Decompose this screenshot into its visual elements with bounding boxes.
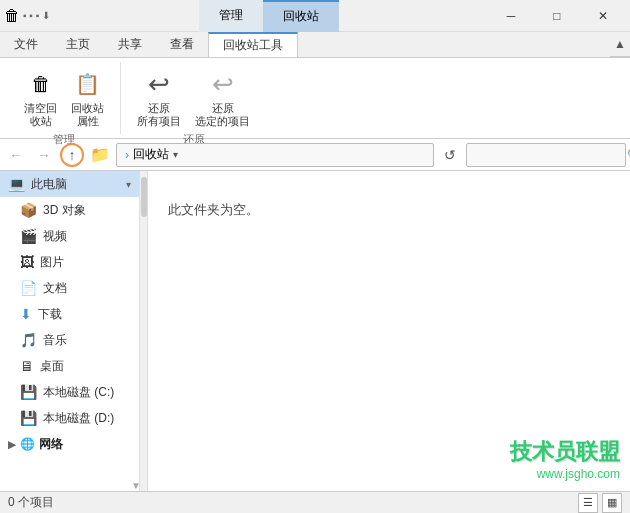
- ribbon-content: 🗑 清空回 收站 📋 回收站 属性 管理 ↩ 还原 所有项目 ↩ 还原 选定: [0, 58, 630, 138]
- view-detail-icon: ▦: [607, 496, 617, 509]
- music-icon: 🎵: [20, 332, 37, 348]
- documents-icon: 📄: [20, 280, 37, 296]
- address-dropdown-arrow[interactable]: ▾: [169, 149, 182, 160]
- downloads-icon: ⬇: [20, 306, 32, 322]
- address-input[interactable]: › 回收站 ▾: [116, 143, 434, 167]
- empty-recycle-button[interactable]: 🗑 清空回 收站: [20, 66, 61, 130]
- window-controls: ─ □ ✕: [488, 0, 626, 31]
- tab-manage[interactable]: 管理: [199, 0, 263, 32]
- view-list-icon: ☰: [583, 496, 593, 509]
- sidebar-item-music[interactable]: 🎵 音乐: [0, 327, 139, 353]
- sidebar-scrollbar[interactable]: ▼: [140, 171, 148, 491]
- status-bar: 0 个项目 ☰ ▦: [0, 491, 630, 513]
- video-icon: 🎬: [20, 228, 37, 244]
- watermark: 技术员联盟 www.jsgho.com: [510, 437, 620, 481]
- tab-recycle-tools[interactable]: 回收站工具: [208, 32, 298, 57]
- ribbon-tabs: 文件 主页 共享 查看 回收站工具 ▲: [0, 32, 630, 58]
- watermark-url-text: www.jsgho.com: [510, 467, 620, 481]
- sidebar-item-documents[interactable]: 📄 文档: [0, 275, 139, 301]
- ribbon-group-manage: 🗑 清空回 收站 📋 回收站 属性 管理: [8, 62, 121, 134]
- search-box[interactable]: 🔍: [466, 143, 626, 167]
- sidebar-item-video[interactable]: 🎬 视频: [0, 223, 139, 249]
- ribbon-group-manage-buttons: 🗑 清空回 收站 📋 回收站 属性: [20, 62, 108, 130]
- content-area: 此文件夹为空。 技术员联盟 www.jsgho.com: [148, 171, 630, 491]
- empty-recycle-icon: 🗑: [25, 68, 57, 100]
- watermark-main-text: 技术员联盟: [510, 437, 620, 467]
- restore-all-icon: ↩: [143, 68, 175, 100]
- ribbon-group-restore: ↩ 还原 所有项目 ↩ 还原 选定的项目 还原: [121, 62, 266, 134]
- restore-all-button[interactable]: ↩ 还原 所有项目: [133, 66, 185, 130]
- tab-recycle[interactable]: 回收站: [263, 0, 339, 32]
- forward-button[interactable]: →: [32, 143, 56, 167]
- main-area: 💻 此电脑 ▾ 📦 3D 对象 🎬 视频 🖼 图片 📄: [0, 171, 630, 491]
- sidebar: 💻 此电脑 ▾ 📦 3D 对象 🎬 视频 🖼 图片 📄: [0, 171, 140, 491]
- close-button[interactable]: ✕: [580, 0, 626, 31]
- title-tabs: 管理 回收站: [199, 0, 339, 32]
- tab-file[interactable]: 文件: [0, 32, 52, 57]
- pictures-icon: 🖼: [20, 254, 34, 270]
- back-button[interactable]: ←: [4, 143, 28, 167]
- recycle-props-button[interactable]: 📋 回收站 属性: [67, 66, 108, 130]
- collapse-arrow: ▾: [126, 179, 131, 190]
- sidebar-item-this-pc[interactable]: 💻 此电脑 ▾: [0, 171, 139, 197]
- sidebar-item-downloads[interactable]: ⬇ 下载: [0, 301, 139, 327]
- this-pc-icon: 💻: [8, 176, 25, 192]
- sidebar-item-network[interactable]: ▶ 🌐 网络: [0, 431, 139, 457]
- title-bar-icons: 🗑 ▪ ▪ ▪ ⬇: [4, 7, 50, 25]
- status-right: ☰ ▦: [578, 493, 622, 513]
- restore-selected-icon: ↩: [207, 68, 239, 100]
- props-icon: 📋: [72, 68, 104, 100]
- tab-share[interactable]: 共享: [104, 32, 156, 57]
- sidebar-item-drive-d[interactable]: 💾 本地磁盘 (D:): [0, 405, 139, 431]
- minimize-button[interactable]: ─: [488, 0, 534, 31]
- view-list-button[interactable]: ☰: [578, 493, 598, 513]
- sidebar-item-3d[interactable]: 📦 3D 对象: [0, 197, 139, 223]
- address-bar: ← → ↑ 📁 › 回收站 ▾ ↺ 🔍: [0, 139, 630, 171]
- maximize-button[interactable]: □: [534, 0, 580, 31]
- refresh-button[interactable]: ↺: [438, 143, 462, 167]
- drive-d-icon: 💾: [20, 410, 37, 426]
- tab-home[interactable]: 主页: [52, 32, 104, 57]
- empty-folder-message: 此文件夹为空。: [168, 201, 259, 219]
- drive-c-icon: 💾: [20, 384, 37, 400]
- ribbon-group-restore-buttons: ↩ 还原 所有项目 ↩ 还原 选定的项目: [133, 62, 254, 130]
- title-bar-left: 🗑 ▪ ▪ ▪ ⬇: [4, 7, 50, 25]
- 3d-icon: 📦: [20, 202, 37, 218]
- tab-view[interactable]: 查看: [156, 32, 208, 57]
- desktop-icon: 🖥: [20, 358, 34, 374]
- ribbon: 文件 主页 共享 查看 回收站工具 ▲ 🗑 清空回 收站: [0, 32, 630, 139]
- sidebar-item-drive-c[interactable]: 💾 本地磁盘 (C:): [0, 379, 139, 405]
- sidebar-item-desktop[interactable]: 🖥 桌面: [0, 353, 139, 379]
- up-button[interactable]: ↑: [60, 143, 84, 167]
- sidebar-item-pictures[interactable]: 🖼 图片: [0, 249, 139, 275]
- network-icon: 🌐: [20, 437, 35, 451]
- search-input[interactable]: [473, 148, 623, 162]
- view-detail-button[interactable]: ▦: [602, 493, 622, 513]
- title-bar: 🗑 ▪ ▪ ▪ ⬇ 管理 回收站 ─ □ ✕: [0, 0, 630, 32]
- sidebar-scroll-area[interactable]: 💻 此电脑 ▾ 📦 3D 对象 🎬 视频 🖼 图片 📄: [0, 171, 139, 491]
- folder-icon-button[interactable]: 📁: [88, 143, 112, 167]
- status-item-count: 0 个项目: [8, 494, 54, 511]
- restore-selected-button[interactable]: ↩ 还原 选定的项目: [191, 66, 254, 130]
